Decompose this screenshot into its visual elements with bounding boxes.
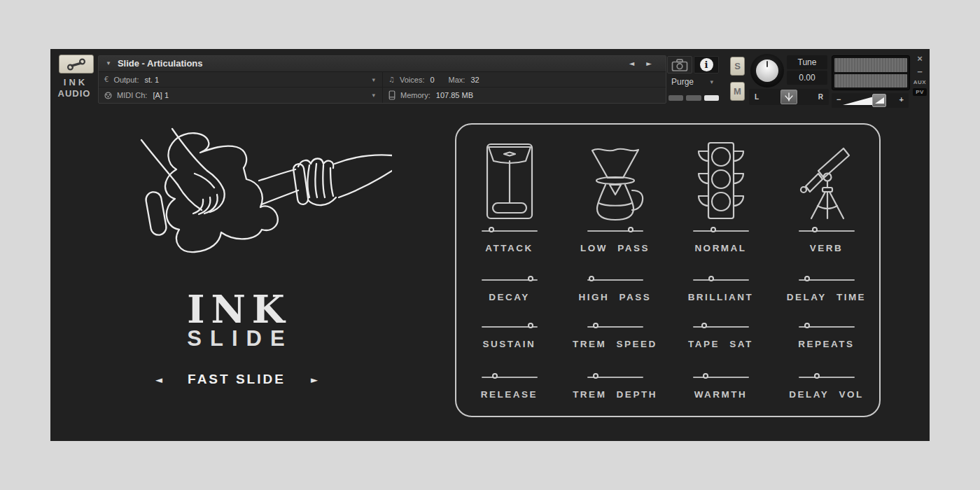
- window-edge-controls: × − AUX PV: [911, 53, 929, 96]
- minimize-button[interactable]: −: [917, 66, 923, 78]
- repeats-slider-knob[interactable]: [804, 323, 810, 328]
- output-select[interactable]: € Output: st. 1 ▾: [99, 72, 383, 88]
- trem-depth-slider-knob[interactable]: [593, 373, 598, 379]
- snapshot-button[interactable]: [667, 56, 692, 74]
- output-value: st. 1: [144, 76, 159, 84]
- brilliant-slider[interactable]: [693, 276, 749, 284]
- purge-bar-active: [704, 95, 719, 101]
- high-pass-slider-knob[interactable]: [589, 276, 594, 281]
- notes-icon: ♫: [388, 76, 395, 83]
- tape-sat-label: TAPE SAT: [668, 339, 774, 349]
- low-pass-label: LOW PASS: [562, 243, 668, 253]
- attack-slider-knob[interactable]: [489, 227, 494, 232]
- max-value: 32: [470, 76, 479, 84]
- attack-slider[interactable]: [482, 227, 538, 235]
- chevron-down-icon[interactable]: ▾: [372, 92, 377, 99]
- release-label: RELEASE: [456, 389, 562, 400]
- articulation-prev-arrow[interactable]: ◄: [155, 374, 162, 385]
- next-instrument-arrow[interactable]: ►: [646, 59, 652, 67]
- low-pass-slider[interactable]: [587, 227, 643, 235]
- pan-right-label: R: [818, 93, 823, 101]
- normal-slider-knob[interactable]: [710, 227, 716, 232]
- warmth-slider-knob[interactable]: [703, 373, 708, 379]
- prev-instrument-arrow[interactable]: ◄: [629, 59, 635, 67]
- kontakt-instrument-window: INK AUDIO ▼ Slide - Articulations ◄ ► € …: [50, 49, 930, 441]
- solo-button[interactable]: S: [730, 57, 745, 76]
- volume-handle[interactable]: [872, 94, 886, 107]
- pv-button[interactable]: PV: [913, 88, 927, 97]
- purge-dropdown[interactable]: Purge ▾: [667, 74, 719, 89]
- trem-speed-label: TREM SPEED: [562, 339, 668, 349]
- aux-button[interactable]: AUX: [913, 79, 926, 86]
- pan-slider[interactable]: L R: [749, 89, 829, 105]
- brilliant-slider-knob[interactable]: [708, 276, 714, 281]
- warmth-slider[interactable]: [693, 373, 749, 382]
- release-slider-knob[interactable]: [492, 373, 498, 379]
- delay-time-slider-knob[interactable]: [804, 276, 810, 281]
- sustain-slider[interactable]: [482, 323, 538, 331]
- camera-icon: [671, 58, 688, 72]
- release-slider[interactable]: [482, 373, 538, 382]
- volume-slider[interactable]: − +: [832, 93, 909, 108]
- collapse-arrow-icon[interactable]: ▼: [106, 60, 111, 66]
- tune-knob-cap: [756, 59, 778, 82]
- header-row-output: € Output: st. 1 ▾ ♫ Voices: 0 Max: 32: [99, 72, 666, 88]
- delay-vol-slider[interactable]: [799, 373, 855, 382]
- verb-label: VERB: [774, 243, 879, 253]
- brand-line2: AUDIO: [50, 88, 98, 99]
- decay-slider-knob[interactable]: [528, 276, 533, 281]
- tune-knob[interactable]: [750, 54, 784, 88]
- attack-label: ATTACK: [456, 243, 562, 253]
- sustain-label: SUSTAIN: [456, 339, 562, 349]
- verb-slider[interactable]: [799, 227, 855, 235]
- voices-label: Voices:: [400, 76, 424, 84]
- level-meter-right: [834, 74, 907, 88]
- sustain-slider-knob[interactable]: [528, 323, 533, 328]
- brand-line1: INK: [50, 77, 98, 88]
- purge-level-indicator: [668, 95, 719, 101]
- high-pass-label: HIGH PASS: [562, 292, 668, 302]
- trem-depth-slider[interactable]: [587, 373, 643, 382]
- midi-channel-select[interactable]: MIDI Ch: [A] 1 ▾: [99, 88, 383, 103]
- brand-logo: INK AUDIO: [50, 77, 98, 100]
- tape-sat-slider-knob[interactable]: [701, 323, 707, 328]
- pan-handle[interactable]: [780, 90, 797, 104]
- voices-display: ♫ Voices: 0 Max: 32: [383, 72, 666, 88]
- low-pass-slider-knob[interactable]: [628, 227, 634, 232]
- delay-vol-slider-knob[interactable]: [814, 373, 820, 379]
- pan-left-label: L: [755, 93, 759, 101]
- title-bar[interactable]: ▼ Slide - Articulations ◄ ►: [99, 56, 666, 72]
- volume-plus[interactable]: +: [899, 95, 904, 104]
- close-button[interactable]: ×: [917, 53, 923, 64]
- info-button[interactable]: i: [694, 56, 719, 74]
- edit-instrument-button[interactable]: [59, 55, 94, 74]
- normal-slider[interactable]: [693, 227, 749, 235]
- high-pass-slider[interactable]: [587, 276, 643, 284]
- output-jack-icon: €: [104, 76, 108, 83]
- midi-label: MIDI Ch:: [117, 91, 147, 99]
- midi-connector-icon: [104, 92, 112, 99]
- chevron-down-icon[interactable]: ▾: [372, 76, 377, 83]
- memory-display: Memory: 107.85 MB: [383, 88, 666, 103]
- volume-minus[interactable]: −: [836, 95, 841, 104]
- articulation-selector: ◄ FAST SLIDE ►: [155, 370, 318, 388]
- slide-guitar-illustration: [105, 127, 392, 286]
- articulation-next-arrow[interactable]: ►: [311, 374, 318, 385]
- verb-slider-knob[interactable]: [812, 227, 818, 232]
- tune-value[interactable]: 0.00: [787, 71, 827, 85]
- articulation-name[interactable]: FAST SLIDE: [188, 372, 286, 387]
- wrench-icon: [66, 57, 87, 71]
- repeats-slider[interactable]: [799, 323, 855, 331]
- chevron-down-icon: ▾: [710, 78, 713, 85]
- header-row-midi: MIDI Ch: [A] 1 ▾ Memory: 107.85 MB: [99, 88, 666, 103]
- max-label: Max:: [449, 76, 465, 84]
- mute-button[interactable]: M: [730, 82, 745, 101]
- delay-time-slider[interactable]: [799, 276, 855, 284]
- trem-speed-slider[interactable]: [587, 323, 643, 331]
- delay-time-label: DELAY TIME: [774, 292, 879, 302]
- traffic-light-icon: [689, 139, 753, 223]
- trem-speed-slider-knob[interactable]: [593, 323, 598, 328]
- decay-slider[interactable]: [482, 276, 538, 284]
- purge-bar: [686, 95, 701, 101]
- tape-sat-slider[interactable]: [693, 323, 749, 331]
